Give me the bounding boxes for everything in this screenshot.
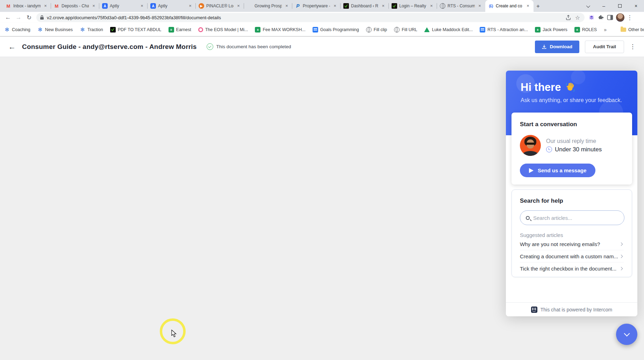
tab-close-icon[interactable]: × [525,3,531,9]
clock-icon [546,146,552,152]
share-icon[interactable] [566,15,571,20]
chevron-right-icon [620,267,623,271]
bookmark-new-businses[interactable]: ✻ New Businses [37,27,73,33]
bookmark-label: PDF TO TEXT ABDUL [118,27,162,32]
search-articles-field[interactable] [520,210,624,225]
bookmark-label: Fill URL [402,27,417,32]
bookmark-pdf-to-text[interactable]: PDF TO TEXT ABDUL [110,27,162,33]
tab-close-icon[interactable]: × [284,3,289,9]
download-label: Download [550,44,572,49]
bookmark-goals-programming[interactable]: Goals Programming [313,27,359,33]
tab-inbox[interactable]: M Inbox - iandym × [3,0,51,12]
bookmark-luke-maddock[interactable]: Luke Maddock Edit... [424,27,473,33]
bookmark-roles[interactable]: + ROLES [574,27,597,33]
bookmark-eos-model[interactable]: The EOS Model | Mi... [198,27,248,32]
globe-icon [366,27,372,33]
tab-close-icon[interactable]: × [429,3,434,9]
gmail-icon: M [54,3,59,9]
article-link-checkbox[interactable]: Tick the right checkbox in the document.… [520,262,624,274]
bookmark-label: Luke Maddock Edit... [432,27,473,32]
tab-close-icon[interactable]: × [91,3,96,9]
tab-propertyware[interactable]: P Propertyware - × [292,0,341,12]
tab-close-icon[interactable]: × [43,3,48,9]
tab-title: Growing Prosp [255,3,282,8]
bookmark-fill-url[interactable]: Fill URL [394,27,417,33]
bookmark-traction[interactable]: ✻ Traction [80,27,103,33]
download-icon [542,44,546,49]
back-icon[interactable]: ← [3,13,13,22]
tab-pinacle[interactable]: ▶ PINACLE® Log × [196,0,244,12]
docs-icon [313,27,318,33]
bookmark-rts-attraction[interactable]: RTS - Attraction an... [480,27,528,33]
tab-login-realty[interactable]: Login – Realty × [389,0,437,12]
side-panel-icon[interactable] [607,14,613,21]
tab-dashboard[interactable]: Dashboard ‹ R × [341,0,389,12]
article-link-emails[interactable]: Why are you not receiving emails? [520,238,624,250]
send-message-label: Send us a message [538,167,586,173]
bookmark-jack-powers[interactable]: + Jack Powers [535,27,567,33]
forward-icon[interactable]: → [14,13,23,22]
send-message-button[interactable]: Send us a message [520,164,595,177]
document-content-area: Hi there Ask us anything, or share your … [0,57,644,360]
reload-icon[interactable]: ↻ [24,13,34,22]
tab-close-icon[interactable]: × [380,3,386,9]
bookmark-label: Jack Powers [543,27,567,32]
new-tab-button[interactable]: + [536,3,540,10]
audit-trail-button[interactable]: Audit Trail [585,41,624,53]
search-articles-input[interactable] [533,215,614,221]
extension-layers-icon[interactable] [588,14,595,21]
tab-aptly-1[interactable]: A Aptly × [99,0,148,12]
download-button[interactable]: Download [535,41,579,53]
window-maximize-button[interactable] [612,3,628,9]
intercom-footer[interactable]: This chat is powered by Intercom [506,302,637,316]
bookmark-label: Earnest [176,27,191,32]
article-label: Why are you not receiving emails? [520,241,600,247]
bookmark-fee-max[interactable]: + Fee MAX WORKSH... [255,27,305,33]
status-text: This document has been completed [216,44,291,49]
tab-growing-prosp[interactable]: Growing Prosp × [244,0,292,12]
bookmark-label: Coaching [12,27,30,32]
bookmark-fill-clip[interactable]: Fill clip [366,27,387,33]
window-minimize-button[interactable]: – [596,3,612,9]
tab-close-icon[interactable]: × [236,3,241,9]
back-button[interactable]: ← [8,43,16,51]
bookmarks-overflow-icon[interactable]: » [604,27,607,33]
propertyware-icon: P [295,3,301,9]
tab-close-icon[interactable]: × [332,3,338,9]
chevron-right-icon [620,255,623,258]
address-bar[interactable]: v2.crove.app/documents/75f0d3a0-ddf1-433… [36,13,585,22]
sheets-icon: + [255,27,260,33]
tab-close-icon[interactable]: × [187,3,193,9]
tab-rts-consumer[interactable]: RTS - Consume × [437,0,485,12]
window-close-button[interactable]: × [628,3,644,9]
header-menu-icon[interactable]: ⋮ [630,43,636,50]
extensions-puzzle-icon[interactable] [598,14,604,21]
pink-ring-icon [198,27,203,32]
sheets-icon: + [535,27,541,33]
article-link-custom-name[interactable]: Creating a document with a custom nam... [520,250,624,262]
bookmark-label: ROLES [582,27,597,32]
browser-toolbar: ← → ↻ v2.crove.app/documents/75f0d3a0-dd… [0,12,644,23]
intercom-widget: Hi there Ask us anything, or share your … [506,71,637,316]
globe-icon [440,3,445,9]
other-bookmarks[interactable]: Other bookmarks [621,27,644,33]
intercom-launcher-button[interactable] [616,324,637,345]
bookmark-star-icon[interactable]: ☆ [574,13,581,22]
tab-deposits[interactable]: M Deposits - Cha × [51,0,99,12]
tab-title: Aptly [110,3,137,8]
tab-search-icon[interactable] [580,3,596,9]
tab-title: RTS - Consume [448,3,475,8]
tab-close-icon[interactable]: × [139,3,145,9]
aptly-icon: A [102,3,108,9]
greeting-text: Hi there [521,81,561,94]
sheets-icon: + [574,27,580,33]
bookmark-coaching[interactable]: ✻ Coaching [4,27,30,33]
reply-time-label: Our usual reply time [546,138,602,144]
window-controls: – × [580,0,644,12]
bookmark-earnest[interactable]: + Earnest [169,27,191,33]
profile-avatar[interactable] [616,13,624,22]
tab-close-icon[interactable]: × [477,3,482,9]
tab-aptly-2[interactable]: A Aptly × [148,0,196,12]
browser-menu-icon[interactable]: ⋮ [627,13,632,22]
tab-create-and-configure[interactable]: {E} Create and co × [485,0,534,12]
